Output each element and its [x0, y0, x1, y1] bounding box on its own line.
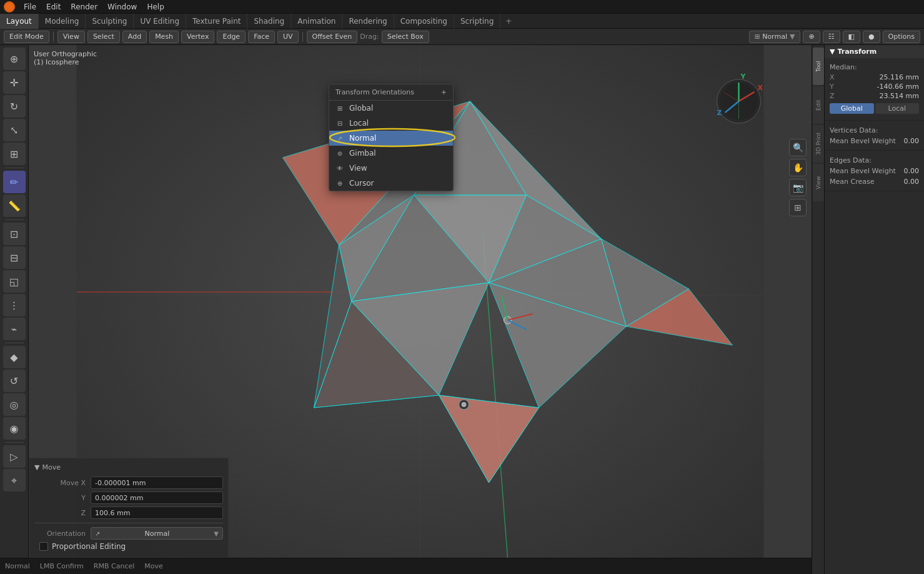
edges-bevel-row: Mean Bevel Weight 0.00: [830, 166, 919, 176]
uv-menu[interactable]: UV: [277, 31, 299, 43]
side-tab-tool[interactable]: Tool: [813, 48, 824, 85]
move-x-field[interactable]: -0.000001 mm: [91, 476, 223, 489]
dropdown-item-local[interactable]: ⊟ Local: [329, 116, 453, 131]
tab-sculpting[interactable]: Sculpting: [86, 14, 134, 29]
dropdown-item-gimbal[interactable]: ⊚ Gimbal: [329, 146, 453, 161]
camera-btn[interactable]: 📷: [789, 179, 807, 196]
edges-bevel-value[interactable]: 0.00: [904, 167, 920, 175]
grid-btn[interactable]: ⊞: [789, 199, 807, 216]
face-menu[interactable]: Face: [248, 31, 275, 43]
select-menu[interactable]: Select: [87, 31, 120, 43]
z-axis-value[interactable]: 23.514 mm: [880, 92, 919, 100]
blp-title: ▼ Move: [34, 463, 223, 471]
transform-tool[interactable]: ⊞: [3, 143, 26, 165]
cursor-tool[interactable]: ⊕: [3, 48, 26, 70]
vertices-bevel-row: Mean Bevel Weight 0.00: [830, 136, 919, 146]
menu-file[interactable]: File: [20, 1, 40, 13]
global-btn[interactable]: Global: [830, 103, 874, 114]
side-tab-3d-print[interactable]: 3D Print: [813, 125, 824, 163]
transform-gizmo-btn[interactable]: ⊕: [803, 31, 820, 43]
mesh-menu[interactable]: Mesh: [149, 31, 179, 43]
menu-help[interactable]: Help: [143, 1, 167, 13]
tool-separator-1: [5, 168, 24, 168]
menu-render[interactable]: Render: [67, 1, 101, 13]
x-axis-value[interactable]: 25.116 mm: [880, 73, 919, 81]
scale-tool[interactable]: ⤡: [3, 119, 26, 141]
move-x-label: Move X: [34, 479, 91, 487]
panel-collapse-arrow[interactable]: ▼: [830, 48, 835, 56]
side-tab-view[interactable]: View: [813, 164, 824, 201]
shading-btn[interactable]: ●: [863, 31, 880, 43]
annotate-tool[interactable]: ✏: [3, 171, 26, 193]
tab-shading[interactable]: Shading: [247, 14, 291, 29]
viewport-controls: 🔍 ✋ 📷 ⊞: [789, 139, 807, 216]
add-menu[interactable]: Add: [122, 31, 147, 43]
status-item-lmb: LMB Confirm: [40, 562, 84, 570]
dropdown-item-normal[interactable]: ↗ Normal: [329, 131, 453, 146]
tab-uv-editing[interactable]: UV Editing: [134, 14, 186, 29]
tab-animation[interactable]: Animation: [291, 14, 342, 29]
zoom-in-btn[interactable]: 🔍: [789, 139, 807, 156]
orientation-select[interactable]: ↗ Normal ▼: [91, 527, 223, 540]
tab-modeling[interactable]: Modeling: [39, 14, 86, 29]
bottom-left-panel: ▼ Move Move X -0.000001 mm Y 0.000002 mm…: [29, 458, 229, 558]
dropdown-item-view[interactable]: 👁 View: [329, 161, 453, 176]
select-box-btn[interactable]: Select Box: [382, 31, 429, 43]
dropdown-item-cursor[interactable]: ⊕ Cursor: [329, 176, 453, 191]
add-orientation-btn[interactable]: +: [441, 88, 447, 96]
inset-tool[interactable]: ⊟: [3, 246, 26, 269]
extrude-tool[interactable]: ⊡: [3, 223, 26, 245]
dropdown-item-global[interactable]: ⊞ Global: [329, 101, 453, 116]
spin-tool[interactable]: ↺: [3, 370, 26, 392]
rotate-tool[interactable]: ↻: [3, 95, 26, 118]
view-menu[interactable]: View: [57, 31, 85, 43]
tool-separator-2: [5, 219, 24, 220]
offset-even-toggle[interactable]: Offset Even: [307, 31, 358, 43]
side-tab-edit[interactable]: Edit: [813, 86, 824, 124]
y-axis-value[interactable]: -140.66 mm: [877, 83, 919, 91]
edge-menu[interactable]: Edge: [217, 31, 246, 43]
mean-crease-row: Mean Crease 0.00: [830, 176, 919, 187]
mean-crease-value[interactable]: 0.00: [904, 178, 920, 186]
add-workspace-tab[interactable]: +: [500, 16, 517, 27]
measure-tool[interactable]: 📏: [3, 194, 26, 217]
blp-separator-1: [34, 523, 223, 523]
local-btn[interactable]: Local: [875, 103, 920, 114]
move-tool[interactable]: ✛: [3, 71, 26, 94]
vertex-menu[interactable]: Vertex: [181, 31, 214, 43]
overlay-btn[interactable]: ☷: [823, 31, 840, 43]
poly-build-tool[interactable]: ◆: [3, 346, 26, 368]
panel-section-edges: Edges Data: Mean Bevel Weight 0.00 Mean …: [825, 151, 924, 191]
proportional-editing-checkbox[interactable]: [39, 542, 48, 551]
bevel-tool[interactable]: ◱: [3, 270, 26, 293]
options-btn[interactable]: Options: [883, 31, 920, 43]
move-z-field[interactable]: 100.6 mm: [91, 506, 223, 519]
pan-btn[interactable]: ✋: [789, 159, 807, 176]
median-label: Median:: [830, 63, 857, 71]
mode-selector[interactable]: Edit Mode: [4, 31, 49, 43]
local-icon: ⊟: [335, 119, 344, 128]
right-side-tabs: Tool Edit 3D Print View: [812, 45, 824, 574]
shear-tool[interactable]: ▷: [3, 445, 26, 468]
tab-compositing[interactable]: Compositing: [394, 14, 454, 29]
panel-section-median: Median: X 25.116 mm Y -140.66 mm Z 23.51…: [825, 58, 924, 121]
dropdown-title: Transform Orientations +: [329, 84, 453, 101]
tab-texture-paint[interactable]: Texture Paint: [186, 14, 247, 29]
gimbal-icon: ⊚: [335, 149, 344, 158]
smooth-tool[interactable]: ◎: [3, 393, 26, 416]
tab-rendering[interactable]: Rendering: [342, 14, 394, 29]
menu-edit[interactable]: Edit: [42, 1, 64, 13]
toolbar-right: ⊞ Normal ▼ ⊕ ☷ ◧ ● Options: [749, 31, 920, 43]
tab-scripting[interactable]: Scripting: [454, 14, 500, 29]
warp-tool[interactable]: ⌖: [3, 469, 26, 491]
shrink-tool[interactable]: ◉: [3, 417, 26, 440]
orientation-btn[interactable]: ⊞ Normal ▼: [749, 31, 801, 43]
knife-tool[interactable]: ⌁: [3, 318, 26, 340]
vertices-bevel-value[interactable]: 0.00: [904, 137, 920, 145]
tab-layout[interactable]: Layout: [0, 14, 39, 29]
loop-cut-tool[interactable]: ⋮: [3, 294, 26, 316]
move-y-field[interactable]: 0.000002 mm: [91, 491, 223, 504]
separator-1: [53, 32, 54, 42]
menu-window[interactable]: Window: [104, 1, 141, 13]
xray-btn[interactable]: ◧: [843, 31, 860, 43]
